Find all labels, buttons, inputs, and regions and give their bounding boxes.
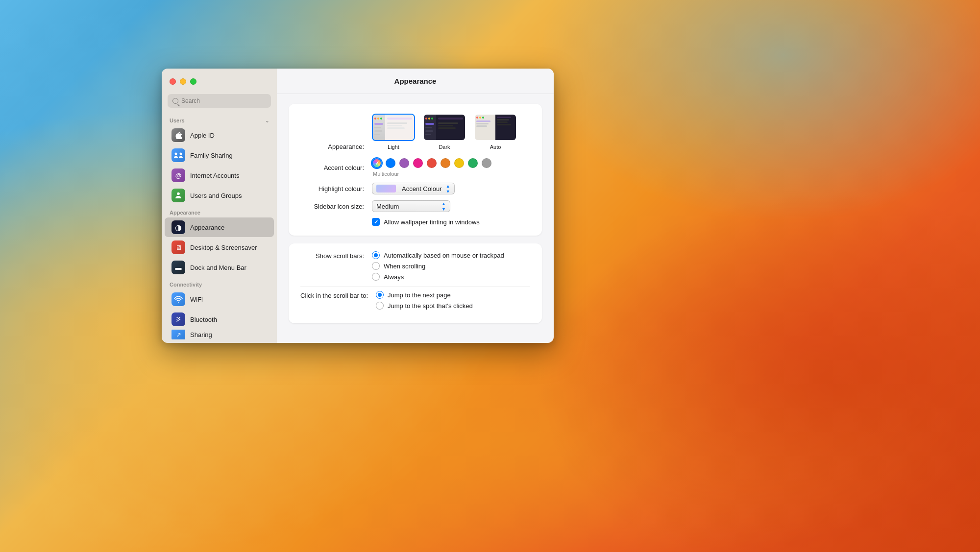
appearance-option-dark[interactable]: Dark (423, 114, 466, 150)
click-scroll-bar-label: Click in the scroll bar to: (300, 291, 368, 299)
accent-color-graphite[interactable] (482, 158, 491, 168)
main-scroll-area[interactable]: Appearance: (277, 94, 554, 343)
sidebar-icon-size-dropdown[interactable]: Medium ▲ ▼ (372, 200, 450, 212)
light-thumbnail (372, 114, 415, 141)
light-label: Light (388, 144, 399, 150)
sidebar-item-internet-accounts[interactable]: @ Internet Accounts (165, 166, 274, 185)
click-scroll-spot-radio[interactable] (376, 302, 384, 310)
appearance-option-auto[interactable]: Auto (474, 114, 517, 150)
sidebar-item-label: Internet Accounts (190, 172, 239, 179)
click-scroll-bar-options: Jump to the next page Jump to the spot t… (376, 291, 473, 310)
sidebar-item-label: Family Sharing (190, 152, 233, 159)
sidebar-item-apple-id[interactable]: Apple ID (165, 125, 274, 145)
click-scroll-next-page-radio[interactable] (376, 291, 384, 299)
scroll-bar-auto-radio[interactable] (372, 251, 380, 259)
sidebar-item-label: Dock and Menu Bar (190, 264, 246, 271)
apple-id-icon (172, 128, 185, 142)
svg-point-1 (180, 153, 182, 155)
maximize-button[interactable] (190, 78, 196, 85)
window-titlebar (162, 69, 277, 94)
sidebar-item-family-sharing[interactable]: Family Sharing (165, 145, 274, 165)
sidebar-section-users: Users ⌄ (162, 114, 277, 125)
dark-thumbnail (423, 114, 466, 141)
accent-color-yellow[interactable] (454, 158, 464, 168)
minimize-button[interactable] (180, 78, 186, 85)
sidebar-item-label: Apple ID (190, 132, 215, 139)
accent-color-green[interactable] (468, 158, 478, 168)
internet-accounts-icon: @ (172, 168, 185, 182)
search-placeholder: Search (181, 97, 200, 104)
sidebar-item-wifi[interactable]: WiFi (165, 289, 274, 309)
highlight-colour-dropdown[interactable]: Accent Colour ▲ ▼ (372, 183, 455, 194)
desktop-screensaver-icon: 🖥 (172, 240, 185, 254)
show-scroll-bars-row: Show scroll bars: Automatically based on… (300, 251, 530, 281)
close-button[interactable] (170, 78, 176, 85)
accent-color-pink[interactable] (413, 158, 423, 168)
sidebar-item-users-groups[interactable]: Users and Groups (165, 186, 274, 205)
multicolor-label: Multicolour (373, 171, 491, 177)
bluetooth-icon (172, 312, 185, 326)
accent-color-purple[interactable] (399, 158, 409, 168)
chevron-down-icon: ⌄ (265, 118, 269, 123)
sidebar-item-label: Sharing (190, 331, 212, 338)
accent-color-multicolor[interactable] (372, 158, 382, 168)
click-scroll-next-page-label: Jump to the next page (388, 291, 451, 299)
accent-color-orange[interactable] (441, 158, 450, 168)
sidebar-item-desktop-screensaver[interactable]: 🖥 Desktop & Screensaver (165, 238, 274, 257)
scroll-bar-scrolling-radio[interactable] (372, 262, 380, 270)
sharing-icon: ↗ (172, 330, 185, 339)
highlight-colour-row: Highlight colour: Accent Colour ▲ ▼ (300, 183, 530, 194)
scroll-bar-always-radio[interactable] (372, 273, 380, 281)
system-preferences-window: Search Users ⌄ Apple ID (162, 69, 554, 343)
highlight-preview (376, 185, 396, 192)
highlight-colour-value: Accent Colour (402, 185, 442, 192)
users-groups-icon (172, 189, 185, 202)
appearance-row-label: Appearance: (300, 114, 364, 150)
accent-color-blue[interactable] (386, 158, 395, 168)
svg-point-3 (178, 302, 179, 303)
sidebar-items: Users ⌄ Apple ID (162, 114, 277, 343)
scroll-bar-auto-label: Automatically based on mouse or trackpad (384, 252, 504, 259)
main-content: Appearance Appearance: (277, 69, 554, 343)
sidebar-item-sharing[interactable]: ↗ Sharing (165, 330, 274, 339)
sidebar: Search Users ⌄ Apple ID (162, 69, 277, 343)
search-box[interactable]: Search (168, 94, 271, 108)
show-scroll-bars-options: Automatically based on mouse or trackpad… (372, 251, 504, 281)
scroll-bar-always-label: Always (384, 273, 404, 281)
click-scroll-spot-option[interactable]: Jump to the spot that's clicked (376, 302, 473, 310)
page-title: Appearance (394, 77, 437, 85)
sidebar-icon-size-value: Medium (376, 203, 438, 210)
scroll-bars-section: Show scroll bars: Automatically based on… (289, 243, 542, 323)
sidebar-item-dock-menubar[interactable]: ▬ Dock and Menu Bar (165, 258, 274, 277)
sidebar-item-appearance[interactable]: ◑ Appearance (165, 217, 274, 237)
auto-label: Auto (490, 144, 501, 150)
main-titlebar: Appearance (277, 69, 554, 94)
wallpaper-tinting-label: Allow wallpaper tinting in windows (384, 218, 480, 226)
scroll-bar-scrolling-label: When scrolling (384, 263, 425, 270)
dark-label: Dark (439, 144, 450, 150)
click-scroll-spot-label: Jump to the spot that's clicked (388, 302, 473, 310)
svg-point-2 (177, 192, 180, 195)
accent-color-red[interactable] (427, 158, 437, 168)
accent-colour-row: Accent colour: (300, 158, 530, 177)
wallpaper-tinting-checkbox[interactable]: ✓ (372, 218, 380, 226)
sidebar-item-label: WiFi (190, 296, 203, 303)
appearance-option-light[interactable]: Light (372, 114, 415, 150)
highlight-colour-label: Highlight colour: (300, 185, 364, 192)
scroll-bar-always-option[interactable]: Always (372, 273, 504, 281)
scroll-bar-auto-option[interactable]: Automatically based on mouse or trackpad (372, 251, 504, 259)
show-scroll-bars-label: Show scroll bars: (300, 251, 364, 260)
scroll-bar-scrolling-option[interactable]: When scrolling (372, 262, 504, 270)
appearance-options: Light (372, 114, 517, 150)
sidebar-item-bluetooth[interactable]: Bluetooth (165, 310, 274, 329)
click-scroll-next-page-option[interactable]: Jump to the next page (376, 291, 473, 299)
sidebar-item-label: Users and Groups (190, 192, 242, 199)
appearance-card: Appearance: (289, 104, 542, 236)
sidebar-item-label: Bluetooth (190, 316, 217, 323)
sidebar-section-connectivity: Connectivity (162, 278, 277, 289)
dock-menubar-icon: ▬ (172, 261, 185, 274)
sidebar-item-label: Desktop & Screensaver (190, 244, 257, 251)
traffic-lights (170, 78, 196, 85)
dropdown-arrows-icon: ▲ ▼ (446, 184, 450, 194)
dropdown-arrows-icon: ▲ ▼ (441, 201, 446, 212)
